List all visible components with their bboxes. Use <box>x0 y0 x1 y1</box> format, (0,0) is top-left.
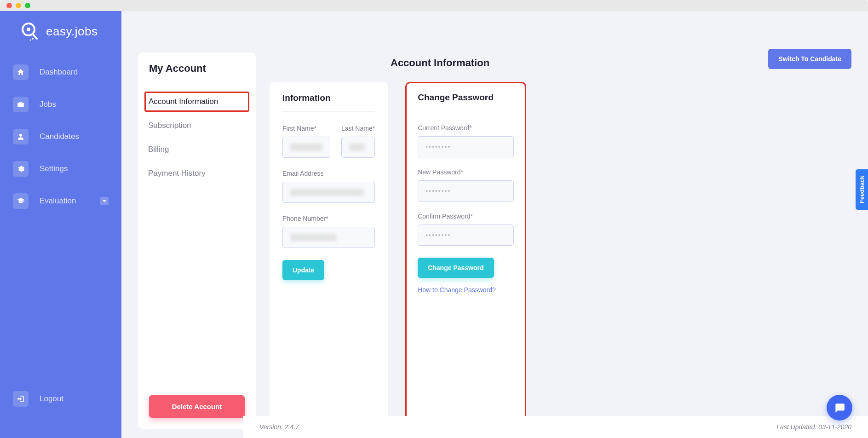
sidebar-item-candidates[interactable]: Candidates <box>8 121 113 153</box>
home-icon <box>13 64 29 80</box>
window-chrome <box>0 0 868 11</box>
sidebar-item-evaluation[interactable]: Evaluation <box>8 185 113 217</box>
svg-line-2 <box>33 34 37 39</box>
window-close[interactable] <box>6 3 12 8</box>
current-password-label: Current Password* <box>418 124 514 132</box>
email-field[interactable] <box>282 182 375 203</box>
sidebar-item-label: Settings <box>40 164 68 173</box>
sidebar-item-label: Dashboard <box>40 68 78 77</box>
logo[interactable]: easy.jobs <box>0 16 121 56</box>
first-name-field[interactable] <box>282 137 330 158</box>
footer: Version: 2.4.7 Last Updated: 03-11-2020 <box>243 416 868 438</box>
email-label: Email Address <box>282 170 375 177</box>
page-title: Account Information <box>391 57 489 69</box>
first-name-label: First Name* <box>282 125 330 132</box>
sidebar-item-logout[interactable]: Logout <box>8 383 113 415</box>
svg-point-3 <box>32 38 34 40</box>
information-card: Information First Name* Last Name* <box>270 82 388 429</box>
briefcase-icon <box>13 97 29 112</box>
sidebar-item-settings[interactable]: Settings <box>8 153 113 185</box>
subnav-item-payment-history[interactable]: Payment History <box>144 163 249 184</box>
feedback-tab[interactable]: Feedback <box>856 169 868 210</box>
phone-field[interactable] <box>282 227 375 248</box>
sidebar-item-jobs[interactable]: Jobs <box>8 88 113 121</box>
svg-point-1 <box>27 28 30 31</box>
update-button[interactable]: Update <box>282 260 324 280</box>
brand-text: easy.jobs <box>46 24 98 39</box>
chat-icon <box>834 402 845 414</box>
window-maximize[interactable] <box>25 3 30 8</box>
sidebar-item-label: Evaluation <box>40 196 76 206</box>
main-content: Account Information Switch To Candidate … <box>121 11 868 438</box>
version-text: Version: 2.4.7 <box>259 423 299 431</box>
sidebar: easy.jobs Dashboard Jobs Candidates Sett… <box>0 11 121 438</box>
last-name-field[interactable] <box>341 137 375 158</box>
information-card-title: Information <box>282 93 375 112</box>
subnav-item-account-information[interactable]: Account Information <box>144 92 249 112</box>
graduation-icon <box>13 193 29 209</box>
last-updated-text: Last Updated: 03-11-2020 <box>776 423 851 431</box>
chat-fab[interactable] <box>827 395 852 421</box>
new-password-field[interactable] <box>418 180 514 202</box>
subnav-card: My Account Account Information Subscript… <box>138 52 256 429</box>
delete-account-button[interactable]: Delete Account <box>149 395 245 418</box>
confirm-password-label: Confirm Password* <box>418 213 514 220</box>
window-minimize[interactable] <box>16 3 21 8</box>
chevron-down-icon <box>100 197 109 205</box>
phone-label: Phone Number* <box>282 215 375 222</box>
gear-icon <box>13 161 29 177</box>
logout-icon <box>13 391 29 407</box>
sidebar-nav: Dashboard Jobs Candidates Settings Evalu… <box>0 56 121 383</box>
switch-to-candidate-button[interactable]: Switch To Candidate <box>768 49 851 69</box>
svg-point-4 <box>30 40 31 41</box>
sidebar-item-dashboard[interactable]: Dashboard <box>8 56 113 88</box>
confirm-password-field[interactable] <box>418 225 514 246</box>
user-icon <box>13 129 29 144</box>
new-password-label: New Password* <box>418 168 514 176</box>
change-password-button[interactable]: Change Password <box>418 258 494 278</box>
subnav-title: My Account <box>138 52 256 85</box>
sidebar-item-label: Logout <box>40 394 63 403</box>
subnav-item-subscription[interactable]: Subscription <box>144 115 249 136</box>
change-password-card: Change Password Current Password* New Pa… <box>405 82 526 429</box>
sidebar-item-label: Candidates <box>40 132 79 141</box>
sidebar-item-label: Jobs <box>40 100 56 109</box>
current-password-field[interactable] <box>418 136 514 157</box>
how-to-change-password-link[interactable]: How to Change Password? <box>418 286 496 294</box>
subnav-item-billing[interactable]: Billing <box>144 139 249 160</box>
last-name-label: Last Name* <box>341 125 375 132</box>
change-password-title: Change Password <box>418 92 514 111</box>
logo-icon <box>18 20 40 42</box>
svg-point-5 <box>19 134 22 137</box>
